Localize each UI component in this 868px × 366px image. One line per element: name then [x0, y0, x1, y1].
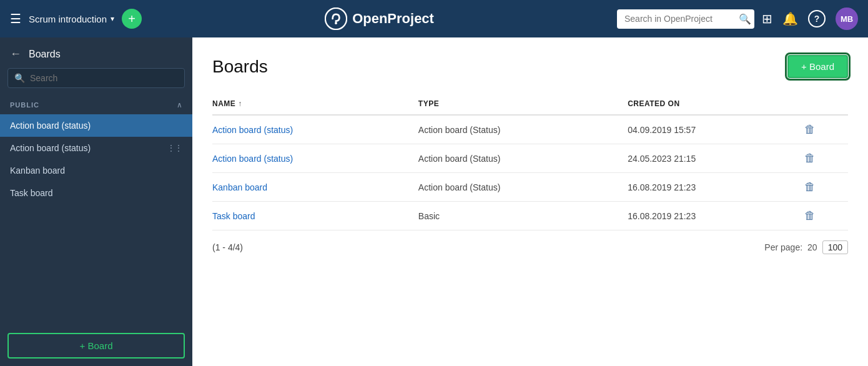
bell-icon[interactable]: 🔔 [782, 11, 798, 26]
board-name-cell: Kanban board [212, 173, 418, 202]
per-page-label: Per page: [764, 242, 802, 252]
board-name-cell: Action board (status) [212, 115, 418, 144]
sidebar-item-label: Kanban board [10, 166, 65, 176]
content-header: Boards + Board [212, 55, 848, 78]
nav-icons: ⊞ 🔔 ? MB [762, 7, 858, 30]
project-name[interactable]: Scrum introduction ▾ [29, 14, 114, 24]
sidebar-search-icon: 🔍 [14, 73, 25, 83]
board-type-cell: Action board (Status) [418, 115, 628, 144]
grid-icon[interactable]: ⊞ [762, 11, 772, 26]
board-delete-cell: 🗑 [804, 202, 848, 230]
boards-table: NAME ↑ TYPE CREATED ON Action board (sta… [212, 93, 848, 230]
sidebar-item-task-board[interactable]: Task board [0, 182, 192, 204]
table-row: Task board Basic 16.08.2019 21:23 🗑 [212, 202, 848, 230]
board-link[interactable]: Task board [212, 211, 255, 221]
board-delete-cell: 🗑 [804, 144, 848, 173]
pagination-area: (1 - 4/4) Per page: 20 100 [212, 240, 848, 254]
global-add-button[interactable]: + [122, 9, 142, 29]
sort-icon: ↑ [238, 99, 242, 108]
pagination-label: (1 - 4/4) [212, 242, 243, 252]
add-board-button[interactable]: + Board [787, 55, 848, 78]
board-name-cell: Action board (status) [212, 144, 418, 173]
sidebar-section-public: PUBLIC ∧ [0, 96, 192, 114]
table-header: NAME ↑ TYPE CREATED ON [212, 93, 848, 115]
delete-icon[interactable]: 🗑 [804, 181, 816, 193]
global-search-box[interactable]: 🔍 [617, 9, 754, 29]
sidebar-add-board-button[interactable]: + Board [7, 333, 185, 359]
col-header-type: TYPE [418, 93, 628, 115]
table-row: Action board (status) Action board (Stat… [212, 115, 848, 144]
sidebar-section-chevron[interactable]: ∧ [177, 101, 182, 109]
sidebar-item-action-board-status-1[interactable]: Action board (status) [0, 114, 192, 137]
board-created-cell: 16.08.2019 21:23 [628, 202, 804, 230]
project-dropdown-chevron: ▾ [111, 14, 114, 23]
delete-icon[interactable]: 🗑 [804, 152, 816, 164]
board-type-cell: Action board (Status) [418, 173, 628, 202]
delete-icon[interactable]: 🗑 [804, 123, 816, 136]
board-created-cell: 24.05.2023 21:15 [628, 144, 804, 173]
sidebar-item-label: Action board (status) [10, 143, 91, 153]
per-page-current[interactable]: 20 [807, 242, 817, 252]
page-title: Boards [212, 57, 268, 77]
sidebar-title: Boards [29, 49, 61, 60]
openproject-logo-icon [325, 7, 347, 30]
main-area: ← Boards 🔍 PUBLIC ∧ Action board (status… [0, 37, 868, 366]
sidebar-item-label: Action board (status) [10, 121, 91, 131]
sidebar-section-label: PUBLIC [10, 101, 39, 109]
table-row: Kanban board Action board (Status) 16.08… [212, 173, 848, 202]
board-delete-cell: 🗑 [804, 115, 848, 144]
board-type-cell: Action board (Status) [418, 144, 628, 173]
board-created-cell: 16.08.2019 21:23 [628, 173, 804, 202]
sidebar-item-action-board-status-2[interactable]: Action board (status) ⋮⋮ [0, 137, 192, 159]
table-row: Action board (status) Action board (Stat… [212, 144, 848, 173]
per-page-option[interactable]: 100 [822, 240, 848, 254]
board-delete-cell: 🗑 [804, 173, 848, 202]
per-page-controls: Per page: 20 100 [764, 240, 848, 254]
sidebar-back-button[interactable]: ← [10, 47, 21, 61]
sidebar-item-kanban-board[interactable]: Kanban board [0, 159, 192, 182]
app-logo: OpenProject [149, 7, 609, 30]
avatar[interactable]: MB [836, 7, 858, 30]
board-name-cell: Task board [212, 202, 418, 230]
global-search-input[interactable] [624, 14, 734, 24]
content-area: Boards + Board NAME ↑ TYPE CREATED ON [192, 37, 868, 366]
drag-handle-icon: ⋮⋮ [167, 144, 182, 152]
sidebar-search-box[interactable]: 🔍 [7, 68, 185, 88]
col-header-name[interactable]: NAME ↑ [212, 93, 418, 115]
board-created-cell: 04.09.2019 15:57 [628, 115, 804, 144]
board-link[interactable]: Kanban board [212, 182, 267, 192]
top-nav: ☰ Scrum introduction ▾ + OpenProject 🔍 ⊞… [0, 0, 868, 37]
hamburger-icon[interactable]: ☰ [10, 11, 21, 26]
sidebar-header: ← Boards [0, 37, 192, 68]
sidebar-item-label: Task board [10, 188, 52, 198]
col-header-actions [804, 93, 848, 115]
col-header-created-on: CREATED ON [628, 93, 804, 115]
table-body: Action board (status) Action board (Stat… [212, 115, 848, 230]
board-type-cell: Basic [418, 202, 628, 230]
board-link[interactable]: Action board (status) [212, 125, 293, 135]
svg-point-1 [335, 22, 337, 24]
help-button[interactable]: ? [808, 10, 826, 27]
delete-icon[interactable]: 🗑 [804, 209, 816, 222]
app-name: OpenProject [352, 11, 434, 27]
board-link[interactable]: Action board (status) [212, 154, 293, 164]
sidebar: ← Boards 🔍 PUBLIC ∧ Action board (status… [0, 37, 192, 366]
sidebar-search-input[interactable] [30, 73, 178, 83]
svg-point-0 [325, 8, 347, 29]
search-icon: 🔍 [739, 13, 751, 25]
